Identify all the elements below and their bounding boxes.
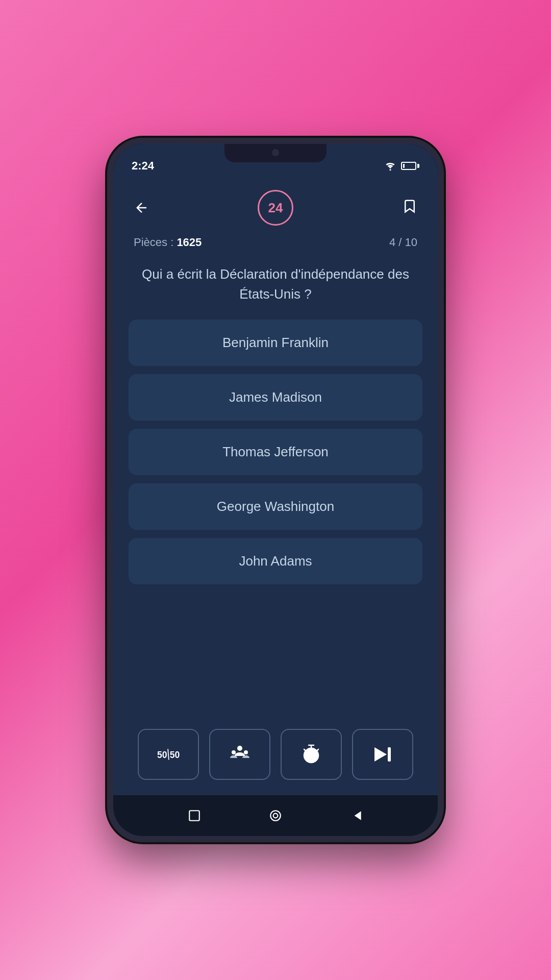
camera-dot	[272, 149, 279, 156]
question-container: Qui a écrit la Déclaration d'indépendanc…	[113, 259, 438, 320]
stats-row: Pièces : 1625 4 / 10	[113, 231, 438, 259]
skip-icon	[371, 743, 394, 766]
audience-button[interactable]	[209, 729, 270, 780]
svg-point-10	[270, 811, 281, 821]
nav-back-button[interactable]	[350, 809, 363, 822]
notch	[224, 144, 327, 162]
status-bar: 2:24	[113, 144, 438, 180]
answer-button-5[interactable]: John Adams	[129, 538, 422, 584]
svg-point-3	[237, 746, 242, 751]
battery-icon	[401, 162, 419, 170]
svg-rect-9	[190, 811, 200, 821]
svg-rect-8	[388, 747, 391, 762]
answer-button-3[interactable]: Thomas Jefferson	[129, 429, 422, 475]
status-time: 2:24	[132, 159, 154, 173]
pieces-label: Pièces :	[134, 236, 177, 249]
android-nav	[113, 795, 438, 836]
header: 24	[113, 180, 438, 231]
svg-line-1	[168, 749, 169, 760]
svg-point-5	[244, 750, 248, 754]
fifty-fifty-button[interactable]: 50 50	[138, 729, 199, 780]
answer-button-2[interactable]: James Madison	[129, 374, 422, 421]
progress-label: 4 / 10	[389, 236, 417, 249]
pieces-container: Pièces : 1625	[134, 236, 202, 249]
screen: 2:24	[113, 144, 438, 836]
svg-text:50: 50	[157, 750, 167, 760]
nav-home-button[interactable]	[269, 809, 282, 822]
pieces-value: 1625	[177, 236, 202, 249]
wifi-icon	[384, 161, 397, 171]
timer-button[interactable]	[281, 729, 342, 780]
fifty-fifty-icon: 50 50	[157, 743, 180, 766]
answer-button-4[interactable]: George Washington	[129, 483, 422, 530]
phone-frame: 2:24	[107, 138, 444, 842]
svg-text:50: 50	[170, 750, 180, 760]
nav-square-button[interactable]	[188, 809, 201, 822]
bookmark-button[interactable]	[402, 199, 417, 217]
audience-icon	[229, 743, 251, 766]
timer-icon	[300, 743, 322, 766]
timer-value: 24	[268, 200, 283, 216]
svg-point-11	[273, 814, 278, 818]
svg-marker-12	[354, 811, 361, 820]
bottom-toolbar: 50 50	[113, 719, 438, 795]
question-text: Qui a écrit la Déclaration d'indépendanc…	[134, 264, 417, 304]
answer-button-1[interactable]: Benjamin Franklin	[129, 320, 422, 366]
skip-button[interactable]	[352, 729, 413, 780]
svg-point-4	[232, 750, 236, 754]
answers-container: Benjamin Franklin James Madison Thomas J…	[113, 320, 438, 719]
back-button[interactable]	[134, 200, 149, 215]
status-icons	[384, 161, 419, 171]
svg-marker-7	[374, 747, 387, 762]
timer-circle: 24	[258, 190, 293, 226]
